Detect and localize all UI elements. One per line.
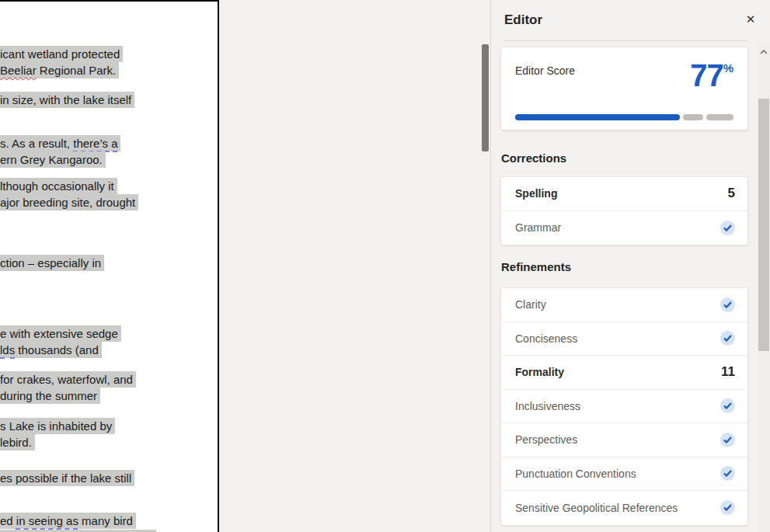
document-text-segment: s. As a result, [0,137,73,150]
panel-scrollbar-thumb[interactable] [758,99,769,351]
corrections-card: Spelling5Grammar [500,176,748,245]
corrections-row-grammar[interactable]: Grammar [501,211,747,245]
check-circle-icon [720,466,735,481]
score-bar-filled-segment [515,114,680,120]
editor-panel: Editor ✕ Editor Score 77% Corrections Sp… [490,0,770,532]
check-circle-icon [720,398,735,413]
document-text-segment: s Lake is inhabited by [0,419,112,433]
document-text-segment: ction – especially in [0,256,101,269]
document-line[interactable]: lebird. [0,434,35,450]
document-text-segment: many bird [78,514,133,527]
document-text-segment: for crakes, waterfowl, and [0,373,133,386]
row-label: Spelling [515,187,557,200]
refinements-row-clarity[interactable]: Clarity [501,288,747,322]
document-text-segment: in size, with the lake itself [0,93,131,106]
row-label: Conciseness [515,332,577,345]
score-percent-sign: % [723,61,733,75]
refinements-row-punctuation-conventions[interactable]: Punctuation Conventions [501,457,747,492]
scroll-up-icon[interactable] [758,46,770,58]
document-text-segment: ajor breeding site, drought [0,196,135,209]
document-line[interactable]: s. As a result, there’s a [0,135,120,151]
row-label: Grammar [515,221,561,234]
document-page[interactable]: icant wetland protectedBeeliar Regional … [0,0,219,532]
refinements-row-perspectives[interactable]: Perspectives [501,423,747,457]
close-icon[interactable]: ✕ [742,11,759,28]
document-text-segment: es possible if the lake still [0,471,131,485]
editor-score-value: 77% [690,60,733,91]
document-line[interactable]: Beeliar Regional Park. [0,62,119,78]
row-label: Formality [515,366,564,378]
check-circle-icon [720,221,735,235]
row-label: Inclusiveness [515,400,580,412]
document-line[interactable]: for crakes, waterfowl, and [0,371,136,388]
document-line[interactable]: es possible if the lake still [0,470,134,486]
document-text-segment: lthough occasionally it [0,179,114,193]
header-divider [504,40,748,41]
issue-count: 5 [728,186,735,201]
document-line[interactable]: ction – especially in [0,255,104,271]
editor-panel-header: Editor [504,10,739,30]
document-text-segment: ed [0,514,16,527]
check-circle-icon [720,433,735,447]
document-text-segment: during the summer [0,389,97,402]
row-label: Punctuation Conventions [515,468,636,480]
check-circle-icon [720,500,735,515]
corrections-row-spelling[interactable]: Spelling5 [501,177,747,211]
document-text-segment: ern Grey Kangaroo. [0,153,103,166]
panel-title: Editor [504,12,542,28]
refinement-flagged-text: in seeing as [16,514,78,527]
refinements-card: ClarityConcisenessFormality11Inclusivene… [500,287,748,526]
editor-score-label: Editor Score [515,60,575,77]
refinements-row-sensitive-geopolitical-references[interactable]: Sensitive Geopolitical References [501,491,747,525]
spelling-flagged-text: Beeliar [0,64,37,77]
document-text-segment: e with extensive sedge [0,327,118,340]
document-text-segment: lebird. [0,436,32,449]
document-line[interactable]: lthough occasionally it [0,178,117,194]
document-text-segment: Regional Park. [37,64,117,77]
refinements-row-inclusiveness[interactable]: Inclusiveness [501,390,747,424]
row-label: Perspectives [515,433,577,446]
check-circle-icon [720,297,735,312]
score-bar-empty-segment [683,114,703,120]
document-line[interactable]: ern Grey Kangaroo. [0,151,106,168]
document-line[interactable]: s Lake is inhabited by [0,418,115,434]
document-line[interactable]: icant wetland protected [0,46,123,62]
issue-count: 11 [721,364,735,380]
document-text-segment: thousands (and [15,343,99,356]
refinement-flagged-text: there’s a [73,137,117,150]
score-bar-empty-segment [706,114,733,120]
editor-score-card: Editor Score 77% [500,47,748,130]
document-line[interactable]: ed in seeing as many bird [0,513,136,529]
row-label: Sensitive Geopolitical References [515,502,678,514]
document-line[interactable]: ajor breeding site, drought [0,194,138,210]
document-line[interactable]: e with extensive sedge [0,325,121,342]
refinements-row-conciseness[interactable]: Conciseness [501,322,747,356]
refinement-flagged-text: lds [0,343,15,356]
row-label: Clarity [515,298,546,311]
document-line[interactable]: during the summer [0,388,100,404]
document-scrollbar-thumb[interactable] [482,44,489,151]
corrections-heading: Corrections [501,151,566,165]
panel-scrollbar[interactable] [758,43,770,532]
refinements-row-formality[interactable]: Formality11 [501,356,747,390]
document-line[interactable]: lds thousands (and [0,342,102,358]
refinements-heading: Refinements [501,260,571,273]
check-circle-icon [720,331,735,346]
score-progress-bar [515,114,733,120]
document-text-segment: icant wetland protected [0,47,120,61]
document-line[interactable]: in size, with the lake itself [0,92,134,108]
score-number: 77 [690,58,723,92]
